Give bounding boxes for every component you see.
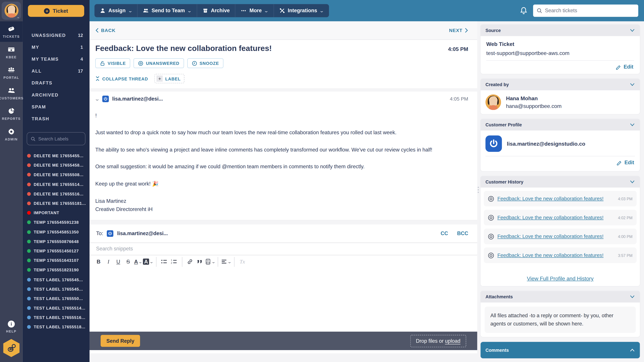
- label-item[interactable]: TEMP 1765551450127: [23, 246, 90, 256]
- add-label-button[interactable]: + LABEL: [155, 74, 184, 83]
- label-item[interactable]: IMPORTANT: [23, 208, 90, 218]
- assign-button[interactable]: Assign ⌄: [94, 4, 138, 17]
- filter-item[interactable]: MY TEAMS 4: [23, 53, 90, 65]
- upload-link[interactable]: upload: [445, 338, 460, 344]
- recipient-chip[interactable]: lisa.martinez@desi...: [117, 231, 168, 236]
- history-ticket-link[interactable]: Feedback: Love the new collaboration fea…: [498, 252, 615, 258]
- formatting-toolbar: B I U S A ⌄ A ⌄: [90, 255, 477, 268]
- filter-label: MY: [32, 44, 39, 49]
- filter-item[interactable]: DRAFTS: [23, 77, 90, 89]
- view-full-profile-link[interactable]: View Full Profile and History: [527, 275, 594, 282]
- label-item[interactable]: TEMP 1765550876648: [23, 237, 90, 246]
- label-item[interactable]: DELETE ME 17655516...: [23, 189, 90, 199]
- ticket-search-input[interactable]: [545, 8, 634, 13]
- history-ticket-link[interactable]: Feedback: Love the new collaboration fea…: [498, 196, 615, 201]
- label-item[interactable]: TEMP 1765551643107: [23, 256, 90, 265]
- insert-template-button[interactable]: ⌄: [205, 257, 215, 267]
- attachments-header[interactable]: Attachments: [480, 291, 640, 303]
- customer-edit-button[interactable]: Edit: [624, 160, 634, 165]
- new-ticket-button[interactable]: + Ticket: [28, 5, 84, 17]
- supportbee-logo[interactable]: [3, 339, 20, 357]
- more-button[interactable]: More ⌄: [236, 4, 274, 17]
- filter-item[interactable]: UNASSIGNED 12: [23, 29, 90, 41]
- label-item[interactable]: TEST LABEL 17655516...: [23, 313, 90, 323]
- history-time: 4:00 PM: [618, 234, 632, 239]
- history-ticket-link[interactable]: Feedback: Love the new collaboration fea…: [498, 215, 615, 220]
- label-item[interactable]: DELETE ME 17655458...: [23, 161, 90, 170]
- source-type: Web Ticket: [486, 41, 634, 47]
- archive-button[interactable]: Archive: [197, 4, 236, 17]
- label-item[interactable]: DELETE ME 17655508...: [23, 170, 90, 180]
- send-to-team-button[interactable]: Send to Team ⌄: [138, 4, 197, 17]
- user-menu[interactable]: ⌄: [2, 2, 21, 20]
- status-buttons: VISIBLE UNANSWERED SNOOZE: [95, 58, 468, 68]
- collapse-thread-button[interactable]: COLLAPSE THREAD: [95, 76, 148, 81]
- link-button[interactable]: [185, 257, 195, 267]
- font-color-button[interactable]: A ⌄: [133, 257, 143, 267]
- search-snippets-input[interactable]: [96, 246, 470, 252]
- snooze-button[interactable]: SNOOZE: [187, 58, 224, 68]
- bcc-button[interactable]: BCC: [457, 231, 468, 236]
- clear-formatting-button[interactable]: Tx: [238, 257, 247, 267]
- strikethrough-button[interactable]: S: [123, 257, 133, 267]
- notifications-bell-icon[interactable]: [520, 6, 527, 15]
- visible-button[interactable]: VISIBLE: [95, 58, 130, 68]
- cc-button[interactable]: CC: [440, 231, 448, 236]
- numbered-list-button[interactable]: 1 2: [169, 257, 179, 267]
- label-item[interactable]: DELETE ME 17655455...: [23, 151, 90, 161]
- bullet-list-button[interactable]: [159, 257, 169, 267]
- label-item[interactable]: TEST LABEL 1765545...: [23, 284, 90, 294]
- label-item[interactable]: TEST LABEL 1765545...: [23, 275, 90, 284]
- chevron-down-icon[interactable]: ⌄: [94, 96, 100, 102]
- bold-button[interactable]: B: [94, 257, 104, 267]
- label-item[interactable]: TEST LABEL 1765550...: [23, 294, 90, 303]
- filter-item[interactable]: MY 1: [23, 41, 90, 53]
- knowledge-base-icon: [8, 45, 15, 53]
- label-search-input[interactable]: [38, 136, 81, 141]
- next-link[interactable]: NEXT: [449, 28, 468, 33]
- underline-button[interactable]: U: [113, 257, 123, 267]
- italic-button[interactable]: I: [104, 257, 113, 267]
- source-header[interactable]: Source: [480, 25, 640, 36]
- label-item[interactable]: TEST LABEL 17655518...: [23, 322, 90, 332]
- unanswered-button[interactable]: UNANSWERED: [134, 58, 184, 68]
- rail-item-portal[interactable]: PORTAL: [0, 62, 23, 83]
- rail-item-kbee[interactable]: KBEE: [0, 42, 23, 62]
- customer-profile-header[interactable]: Customer Profile: [480, 119, 640, 131]
- file-drop-zone[interactable]: Drop files or upload: [410, 335, 466, 347]
- left-rail: ⌄ TICKETS KBEE PO: [0, 0, 23, 362]
- label-item[interactable]: TEMP 1765545851350: [23, 227, 90, 237]
- alignment-button[interactable]: ⌄: [221, 257, 231, 267]
- created-by-header[interactable]: Created by: [480, 79, 640, 90]
- filter-item[interactable]: ARCHIVED: [23, 89, 90, 100]
- highlight-color-button[interactable]: A ⌄: [143, 257, 153, 267]
- history-ticket-link[interactable]: Feedback: Love the new collaboration fea…: [498, 233, 615, 239]
- comments-header[interactable]: Comments: [480, 342, 640, 358]
- label-color-dot: [27, 316, 31, 320]
- back-link[interactable]: BACK: [95, 28, 116, 33]
- customer-history-header[interactable]: Customer History: [480, 176, 640, 188]
- filter-item[interactable]: ALL 17: [23, 65, 90, 77]
- filter-item[interactable]: TRASH: [23, 112, 90, 124]
- label-color-dot: [27, 259, 31, 262]
- panel-resize-handle[interactable]: [478, 187, 479, 193]
- blockquote-button[interactable]: [195, 257, 205, 267]
- label-item[interactable]: DELETE ME 17655514...: [23, 180, 90, 189]
- rail-item-reports[interactable]: REPORTS: [0, 103, 23, 124]
- filter-count: 12: [78, 33, 83, 37]
- integrations-button[interactable]: Integrations ⌄: [274, 4, 329, 17]
- reply-editor[interactable]: [90, 268, 477, 332]
- rail-item-admin[interactable]: ADMIN: [0, 124, 23, 144]
- rail-item-tickets[interactable]: TICKETS: [0, 21, 23, 42]
- label-item[interactable]: TEST LABEL 17655514...: [23, 303, 90, 313]
- source-edit-button[interactable]: Edit: [624, 64, 634, 70]
- send-reply-button[interactable]: Send Reply: [100, 335, 140, 347]
- filter-item[interactable]: SPAM: [23, 100, 90, 112]
- to-row: To: lisa.martinez@desi... CC BCC: [90, 224, 477, 243]
- rail-item-help[interactable]: i HELP: [0, 317, 23, 337]
- rail-item-customers[interactable]: CUSTOMERS: [0, 83, 23, 103]
- label-item[interactable]: TEMP 1765551823190: [23, 265, 90, 275]
- label-item[interactable]: TEMP 1765545591238: [23, 218, 90, 227]
- label-item[interactable]: DELETE ME 176555181...: [23, 199, 90, 208]
- label-color-dot: [27, 192, 31, 196]
